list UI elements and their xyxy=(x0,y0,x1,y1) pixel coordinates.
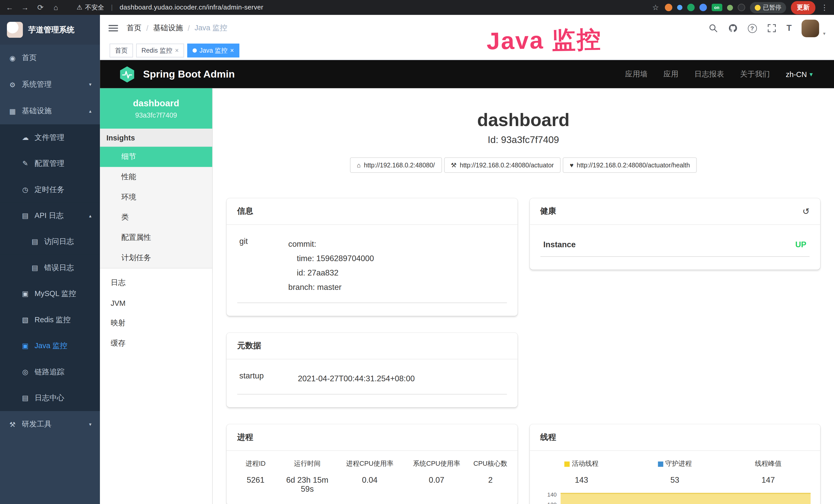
sba-item-logs[interactable]: 日志 xyxy=(100,273,212,293)
browser-toolbar: ← → ⟳ ⌂ ⚠ 不安全 | dashboard.yudao.iocoder.… xyxy=(0,0,834,15)
database-icon: ▧ xyxy=(21,316,29,324)
search-icon[interactable] xyxy=(708,23,718,33)
font-size-icon[interactable]: T xyxy=(787,23,792,33)
sidebar-item-job[interactable]: ◷ 定时任务 xyxy=(0,177,100,203)
sba-nav-applications[interactable]: 应用 xyxy=(663,69,678,79)
sba-item-jvm[interactable]: JVM xyxy=(100,293,212,313)
eye-icon: ◎ xyxy=(21,368,29,376)
process-val-uptime: 6d 23h 15m 59s xyxy=(279,475,335,493)
address-bar-url[interactable]: dashboard.yudao.iocoder.cn/infra/admin-s… xyxy=(120,4,264,11)
paused-label: 已暂停 xyxy=(763,3,781,11)
extension-icon[interactable] xyxy=(677,5,682,10)
java-monitor-icon: ▣ xyxy=(21,342,29,350)
sba-item-config-props[interactable]: 配置属性 xyxy=(100,228,212,248)
sba-nav-about[interactable]: 关于我们 xyxy=(740,69,770,79)
spring-boot-admin: Spring Boot Admin 应用墙 应用 日志报表 关于我们 zh-CN… xyxy=(100,60,834,504)
health-instance-row[interactable]: Instance UP xyxy=(540,234,810,257)
breadcrumb-separator: / xyxy=(146,24,148,32)
health-url-button[interactable]: ♥ http://192.168.0.2:48080/actuator/heal… xyxy=(563,157,697,173)
security-chip[interactable]: ⚠ 不安全 xyxy=(76,3,104,12)
paused-extension-badge[interactable]: 已暂停 xyxy=(750,2,786,13)
git-time-line: time: 1596289704000 xyxy=(288,251,374,265)
sba-nav-wallboard[interactable]: 应用墙 xyxy=(625,69,648,79)
extension-icon[interactable] xyxy=(664,4,672,11)
sba-nav-journal[interactable]: 日志报表 xyxy=(694,69,724,79)
sidebar-item-access-log[interactable]: ▤ 访问日志 xyxy=(0,229,100,254)
sba-brand-title[interactable]: Spring Boot Admin xyxy=(143,68,235,80)
bookmark-star-icon[interactable]: ☆ xyxy=(651,0,660,15)
admin-menu: ◉ 首页 ⚙ 系统管理 ▾ ▦ 基础设施 ▴ ☁ 文件管理 xyxy=(0,45,100,437)
extension-on-badge[interactable]: on xyxy=(711,4,722,11)
tag-redis-monitor[interactable]: Redis 监控 × xyxy=(136,44,184,58)
extension-icon[interactable] xyxy=(687,4,694,11)
clock-icon: ◷ xyxy=(21,186,29,193)
sidebar-item-devtools[interactable]: ⚒ 研发工具 ▾ xyxy=(0,411,100,438)
health-status-badge: UP xyxy=(795,240,806,249)
legend-daemon-threads: 守护进程 xyxy=(628,459,722,468)
legend-swatch-yellow xyxy=(565,461,570,466)
sidebar-item-mysql[interactable]: ▣ MySQL 监控 xyxy=(0,281,100,306)
sba-item-caches[interactable]: 缓存 xyxy=(100,333,212,353)
sidebar-item-file[interactable]: ☁ 文件管理 xyxy=(0,124,100,151)
sba-item-mappings[interactable]: 映射 xyxy=(100,313,212,334)
sba-header: Spring Boot Admin 应用墙 应用 日志报表 关于我们 zh-CN… xyxy=(100,60,834,88)
help-icon[interactable]: ? xyxy=(748,24,757,32)
sba-item-performance[interactable]: 性能 xyxy=(100,167,212,187)
metadata-row-startup: startup 2021-04-27T00:44:31.254+08:00 xyxy=(237,369,507,394)
sba-item-environment[interactable]: 环境 xyxy=(100,187,212,207)
back-icon[interactable]: ← xyxy=(5,0,14,15)
hamburger-icon[interactable] xyxy=(108,25,118,31)
browser-actions: ☆ on 已暂停 更新 ⋮ xyxy=(651,0,829,15)
sidebar-item-system[interactable]: ⚙ 系统管理 ▾ xyxy=(0,71,100,98)
active-dot xyxy=(193,48,197,53)
process-card: 进程 进程ID 运行时间 进程CPU使用率 系统CPU使用率 CPU核心数 xyxy=(226,424,517,504)
close-icon[interactable]: × xyxy=(175,47,179,54)
sidebar-item-infra[interactable]: ▦ 基础设施 ▴ xyxy=(0,98,100,124)
extension-icon[interactable] xyxy=(699,4,707,11)
legend-swatch-blue xyxy=(658,461,663,466)
sba-item-classes[interactable]: 类 xyxy=(100,207,212,228)
sba-item-details[interactable]: 细节 xyxy=(100,147,212,167)
fullscreen-icon[interactable] xyxy=(767,23,776,33)
tag-java-monitor[interactable]: Java 监控 × xyxy=(187,44,239,58)
document-icon: ▤ xyxy=(31,264,39,272)
sidebar-item-api-log[interactable]: ▤ API 日志 ▴ xyxy=(0,203,100,229)
sba-top-items: 日志 JVM 映射 缓存 xyxy=(100,269,212,353)
sidebar-item-label: Java 监控 xyxy=(35,341,67,350)
legend-label: 线程峰值 xyxy=(755,459,782,468)
health-url-label: http://192.168.0.2:48080/actuator/health xyxy=(577,161,690,169)
live-threads-area xyxy=(561,493,811,504)
chart-plot-area xyxy=(561,489,811,504)
tag-home[interactable]: 首页 xyxy=(110,44,133,58)
extension-icon[interactable] xyxy=(738,4,745,11)
actuator-url-button[interactable]: ⚒ http://192.168.0.2:48080/actuator xyxy=(444,157,561,173)
app-logo[interactable]: 芋道管理系统 xyxy=(0,15,100,45)
breadcrumb-home[interactable]: 首页 xyxy=(127,23,141,33)
sidebar-item-java[interactable]: ▣ Java 监控 xyxy=(0,333,100,359)
sidebar-item-home[interactable]: ◉ 首页 xyxy=(0,45,100,71)
history-icon[interactable]: ↺ xyxy=(803,207,810,216)
process-val-pid: 5261 xyxy=(232,475,279,493)
forward-icon[interactable]: → xyxy=(21,0,29,15)
metadata-key: startup xyxy=(239,371,298,385)
legend-live-threads: 活动线程 xyxy=(535,459,628,468)
extension-icon[interactable] xyxy=(727,5,733,10)
breadcrumb-infra[interactable]: 基础设施 xyxy=(153,23,183,33)
sidebar-item-log-center[interactable]: ▤ 日志中心 xyxy=(0,385,100,411)
user-avatar[interactable] xyxy=(802,20,819,37)
grid-icon: ▦ xyxy=(8,107,17,115)
reload-icon[interactable]: ⟳ xyxy=(36,0,45,15)
service-url-button[interactable]: ⌂ http://192.168.0.2:48080/ xyxy=(350,157,442,173)
chrome-update-button[interactable]: 更新 xyxy=(791,1,815,14)
close-icon[interactable]: × xyxy=(230,47,234,54)
browser-home-icon[interactable]: ⌂ xyxy=(52,0,60,15)
browser-menu-icon[interactable]: ⋮ xyxy=(820,0,829,15)
sidebar-item-error-log[interactable]: ▤ 错误日志 xyxy=(0,255,100,281)
sba-item-scheduled-tasks[interactable]: 计划任务 xyxy=(100,248,212,268)
sba-locale-select[interactable]: zh-CN ▾ xyxy=(786,70,813,78)
sidebar-item-trace[interactable]: ◎ 链路追踪 xyxy=(0,359,100,385)
sidebar-item-redis[interactable]: ▧ Redis 监控 xyxy=(0,307,100,333)
github-icon[interactable] xyxy=(728,23,738,33)
sidebar-item-config[interactable]: ✎ 配置管理 xyxy=(0,151,100,176)
sidebar-item-label: 链路追踪 xyxy=(35,367,64,377)
